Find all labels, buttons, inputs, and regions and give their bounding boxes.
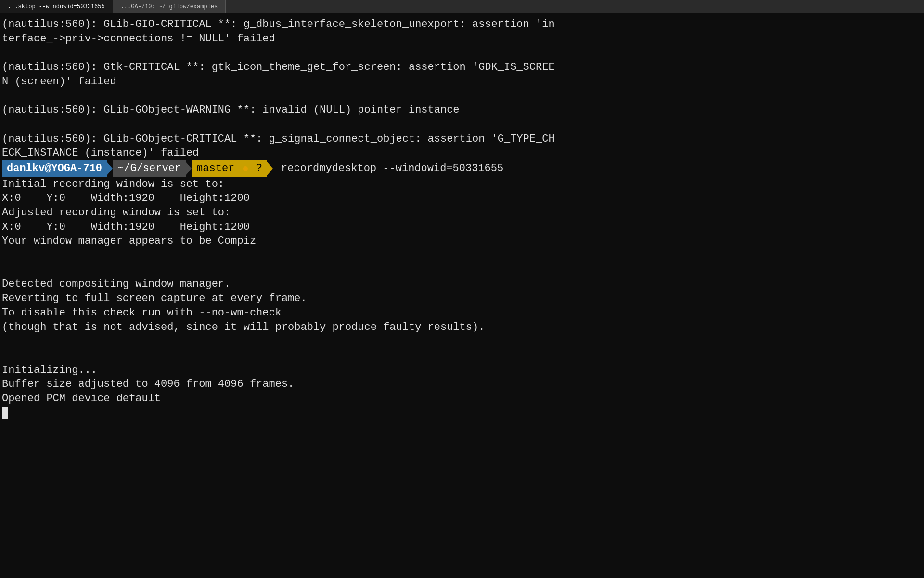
output-line-4: X:0 Y:0 Width:1920 Height:1200 [2,220,922,235]
prompt-row: danlkv@YOGA-710 ~/G/server master ? reco… [2,161,922,176]
output-line-7: Reverting to full screen capture at ever… [2,291,922,306]
output-line-8: To disable this check run with --no-wm-c… [2,306,922,320]
prompt-git-badge: master ? [192,160,267,177]
output-line-9: (though that is not advised, since it wi… [2,320,922,335]
arrow-3 [267,162,273,175]
prompt-dir-badge: ~/G/server [113,160,186,177]
prompt-command: recordmydesktop --windowid=50331655 [281,161,503,176]
terminal: (nautilus:560): GLib-GIO-CRITICAL **: g_… [0,13,924,578]
prompt-user-badge: danlkv@YOGA-710 [2,160,107,177]
output-line-2: X:0 Y:0 Width:1920 Height:1200 [2,191,922,206]
error-line-2: terface_->priv->connections != NULL' fai… [2,32,922,46]
git-dot-icon [243,166,248,171]
output-line-3: Adjusted recording window is set to: [2,206,922,220]
tab-1[interactable]: ...sktop --windowid=50331655 [0,0,113,13]
git-branch-label: master [196,162,234,174]
prompt-arrow-char [273,161,279,176]
error-line-7: ECK_INSTANCE (instance)' failed [2,146,922,160]
error-line-6: (nautilus:560): GLib-GObject-CRITICAL **… [2,132,922,146]
error-line-1: (nautilus:560): GLib-GIO-CRITICAL **: g_… [2,17,922,32]
tab-2[interactable]: ...GA-710: ~/tgflow/examples [113,0,226,13]
error-line-4: N (screen)' failed [2,75,922,89]
output-line-12: Opened PCM device default [2,392,922,406]
git-question: ? [256,162,262,174]
output-line-6: Detected compositing window manager. [2,277,922,291]
arrow-2 [186,162,192,175]
output-line-1: Initial recording window is set to: [2,177,922,192]
error-line-5: (nautilus:560): GLib-GObject-WARNING **:… [2,103,922,118]
tab-bar: ...sktop --windowid=50331655 ...GA-710: … [0,0,924,13]
output-line-10: Initializing... [2,363,922,378]
cursor-line [2,406,922,420]
output-line-5: Your window manager appears to be Compiz [2,234,922,249]
terminal-cursor [2,407,8,419]
arrow-1 [107,162,113,175]
output-line-11: Buffer size adjusted to 4096 from 4096 f… [2,377,922,392]
error-line-3: (nautilus:560): Gtk-CRITICAL **: gtk_ico… [2,60,922,75]
